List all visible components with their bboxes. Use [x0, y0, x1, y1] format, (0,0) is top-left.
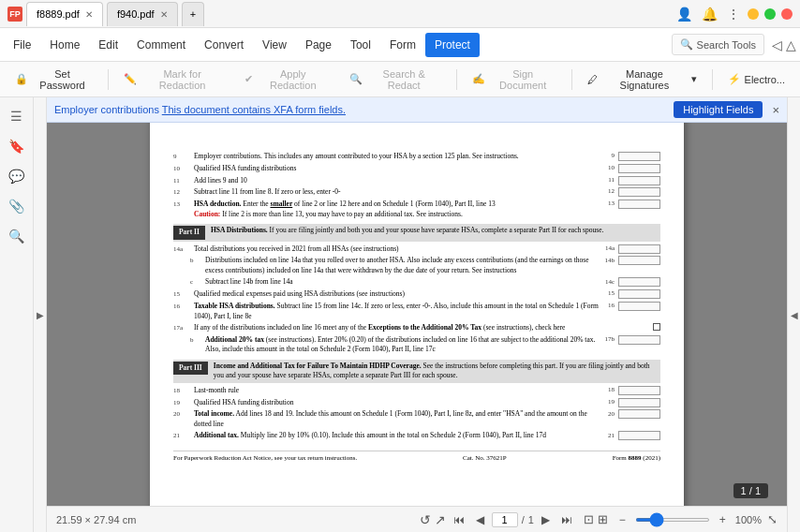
cat-number: Cat. No. 37621P [463, 454, 507, 464]
field-17b [618, 335, 660, 345]
search-redact-icon: 🔍 [349, 73, 363, 85]
form-number: Form 8889 (2021) [613, 454, 660, 464]
fit-width-icon[interactable]: ⊞ [598, 512, 608, 526]
sidebar-panels-icon[interactable]: ☰ [6, 105, 28, 127]
main-layout: ☰ 🔖 💬 📎 🔍 ▶ Employer contributions This … [0, 97, 800, 532]
sidebar-search-icon[interactable]: 🔍 [6, 225, 28, 247]
apply-redaction-button[interactable]: ✔ Apply Redaction [237, 65, 336, 95]
menu-edit[interactable]: Edit [89, 33, 127, 57]
table-row: 14a Total distributions you received in … [173, 244, 660, 255]
back-nav-icon[interactable]: ◁ [772, 37, 782, 52]
field-20 [618, 409, 660, 419]
xfa-close-button[interactable]: × [772, 103, 779, 117]
menu-convert[interactable]: Convert [195, 33, 253, 57]
zoom-slider[interactable] [635, 518, 710, 522]
window-controls [748, 8, 793, 20]
mark-redaction-button[interactable]: ✏️ Mark for Redaction [116, 65, 231, 95]
sidebar-comments-icon[interactable]: 💬 [6, 165, 28, 187]
menu-comment[interactable]: Comment [127, 33, 195, 57]
new-tab-btn[interactable]: + [182, 2, 204, 26]
zoom-out-button[interactable]: − [615, 511, 630, 528]
field-12 [618, 187, 660, 197]
toolbar-separator-1 [108, 69, 109, 90]
field-16 [618, 302, 660, 311]
bottom-bar: 21.59 × 27.94 cm ↺ ↗ ⏮ ◀ / 1 ▶ ⏭ ⊡ ⊞ − +… [47, 506, 787, 532]
window-actions: ◁ △ [772, 37, 796, 52]
fit-view-icon[interactable]: ⤡ [767, 512, 778, 526]
set-password-button[interactable]: 🔒 Set Password [7, 65, 100, 95]
xfa-link[interactable]: This document contains XFA form fields. [162, 104, 346, 115]
field-13 [618, 200, 660, 209]
sidebar-attachments-icon[interactable]: 📎 [6, 195, 28, 217]
tab-f8889-label: f8889.pdf [37, 8, 80, 20]
notification-icon[interactable]: 🔔 [702, 7, 718, 22]
toolbar-separator-4 [712, 69, 713, 90]
more-options-icon[interactable]: ⋮ [727, 7, 740, 22]
part2-header-row: Part II HSA Distributions. If you are fi… [173, 224, 660, 242]
pdf-content: 9 Employer contributions. This includes … [150, 133, 684, 482]
xfa-message: Employer contributions This document con… [54, 104, 668, 115]
maximize-button[interactable] [764, 8, 776, 20]
table-row: 15 Qualified medical expenses paid using… [173, 289, 660, 300]
table-row: 16 Taxable HSA distributions. Subtract l… [173, 302, 660, 321]
sidebar-bookmarks-icon[interactable]: 🔖 [6, 135, 28, 157]
table-row: 9 Employer contributions. This includes … [173, 152, 660, 162]
right-collapse-arrow[interactable]: ◀ [787, 97, 800, 532]
menu-page[interactable]: Page [296, 33, 341, 57]
last-page-button[interactable]: ⏭ [557, 511, 576, 528]
electronic-button[interactable]: ⚡ Electro... [720, 69, 793, 89]
field-14a [618, 244, 660, 254]
menu-view[interactable]: View [253, 33, 296, 57]
field-21 [618, 431, 660, 440]
table-row: c Subtract line 14b from line 14a 14c [173, 277, 660, 288]
tab-f8889-close[interactable]: ✕ [85, 9, 93, 20]
forward-nav-icon[interactable]: △ [786, 37, 796, 52]
highlight-fields-button[interactable]: Highlight Fields [674, 101, 763, 118]
fit-page-icon[interactable]: ⊡ [584, 512, 594, 526]
search-tools-button[interactable]: 🔍 Search Tools [672, 34, 764, 55]
toolbar-separator-3 [571, 69, 572, 90]
pdf-container[interactable]: Employer contributions This document con… [47, 97, 787, 506]
title-bar-icons: 👤 🔔 ⋮ [676, 7, 740, 22]
protect-toolbar: 🔒 Set Password ✏️ Mark for Redaction ✔ A… [0, 62, 800, 97]
minimize-button[interactable] [748, 8, 759, 20]
part2-header: Part II [173, 226, 205, 240]
next-page-button[interactable]: ▶ [538, 511, 554, 528]
pdf-area: Employer contributions This document con… [47, 97, 787, 532]
menu-form[interactable]: Form [380, 33, 425, 57]
table-row: b Distributions included on line 14a tha… [173, 256, 660, 275]
field-15 [618, 289, 660, 299]
tab-f940[interactable]: f940.pdf ✕ [107, 2, 178, 26]
total-pages: 1 [528, 514, 534, 525]
zoom-level: 100% [735, 514, 762, 525]
sign-document-button[interactable]: ✍ Sign Document [465, 65, 564, 95]
lock-icon: 🔒 [15, 73, 28, 85]
pointer-tool-icon[interactable]: ↗ [435, 512, 446, 527]
pdf-page: 9 Employer contributions. This includes … [150, 107, 684, 506]
cursor-tool-icon[interactable]: ↺ [420, 512, 431, 527]
tab-f8889[interactable]: f8889.pdf ✕ [26, 2, 103, 26]
search-redact-button[interactable]: 🔍 Search & Redact [342, 65, 449, 95]
tab-f940-close[interactable]: ✕ [160, 9, 168, 20]
field-14c [618, 277, 660, 287]
menu-tool[interactable]: Tool [341, 33, 380, 57]
table-row: 12 Subtract line 11 from line 8. If zero… [173, 187, 660, 198]
prev-page-button[interactable]: ◀ [472, 511, 488, 528]
menu-file[interactable]: File [4, 33, 40, 57]
manage-signatures-button[interactable]: 🖊 Manage Signatures ▾ [580, 65, 704, 95]
xfa-notification-bar: Employer contributions This document con… [47, 97, 787, 123]
title-bar: FP f8889.pdf ✕ f940.pdf ✕ + 👤 🔔 ⋮ [0, 0, 800, 28]
current-page-input[interactable] [492, 512, 518, 527]
close-button[interactable] [781, 8, 793, 20]
checkbox-17a[interactable] [653, 323, 660, 331]
page-separator: / [522, 514, 525, 525]
menu-home[interactable]: Home [40, 33, 89, 57]
profile-icon[interactable]: 👤 [676, 7, 692, 22]
sig-icon: 🖊 [587, 74, 598, 85]
table-row: 18 Last-month rule 18 [173, 386, 660, 396]
zoom-in-button[interactable]: + [716, 511, 730, 528]
first-page-button[interactable]: ⏮ [450, 511, 468, 528]
menu-protect[interactable]: Protect [425, 33, 480, 57]
bottom-right: − + 100% ⤡ [615, 511, 778, 528]
left-collapse-arrow[interactable]: ▶ [34, 97, 47, 532]
